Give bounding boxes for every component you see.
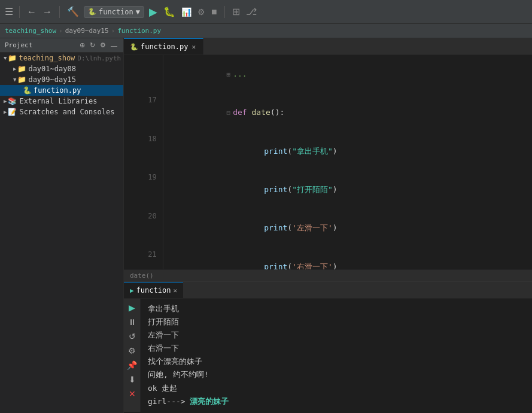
expand-icon-external-libs: ▶ (4, 98, 7, 104)
sidebar-label-day09: day09~day15 (28, 75, 75, 84)
vcs-button[interactable]: ⊞ (231, 5, 241, 19)
code-line-21: 21 print('右滑一下') (124, 248, 532, 269)
sidebar-path-teaching_show: D:\lnh.pyth (77, 54, 121, 62)
code-line-20: 20 print('左滑一下') (124, 209, 532, 248)
folder-icon-day01: 📁 (17, 65, 26, 73)
code-line-ellipsis: ⊞... (124, 55, 532, 93)
sidebar-header-actions: ⊕ ↻ ⚙ — (78, 41, 118, 50)
sidebar-item-scratches[interactable]: ▶ 📝 Scratches and Consoles (0, 107, 123, 117)
breadcrumb-sep2: › (111, 27, 115, 35)
sidebar-item-day01[interactable]: ▶ 📁 day01~day08 (0, 63, 123, 74)
code-line-17: 17 ⊟def date(): (124, 93, 532, 132)
tab-label-function-py: function.py (141, 42, 188, 51)
line-content-19: print("打开陌陌") (163, 171, 532, 209)
breadcrumb: teaching_show › day09~day15 › function.p… (0, 24, 532, 38)
build-button[interactable]: 🔨 (66, 5, 80, 19)
code-line-18: 18 print("拿出手机") (124, 132, 532, 171)
profile-button[interactable]: ⚙ (196, 6, 206, 18)
folder-icon-day09: 📁 (17, 75, 26, 84)
debug-button[interactable]: 🐛 (162, 5, 177, 19)
line-content-17: ⊟def date(): (163, 93, 532, 132)
run-tab-icon: ▶ (130, 287, 134, 294)
run-output-line-4: 右滑一下 (148, 342, 525, 355)
run-tab-close[interactable]: ✕ (173, 287, 177, 294)
run-output-line-2: 打开陌陌 (148, 315, 525, 329)
line-num-21: 21 (124, 248, 163, 269)
expand-icon-scratches: ▶ (4, 109, 7, 115)
code-editor[interactable]: ⊞... 17 ⊟def date(): 18 print("拿出手机") (124, 55, 532, 269)
run-settings-button[interactable]: ⚙ (126, 344, 139, 357)
run-restart-button[interactable]: ↺ (126, 330, 139, 343)
run-close-button[interactable]: ✕ (126, 387, 139, 400)
run-output-line-1: 拿出手机 (148, 302, 525, 315)
scratches-icon: 📝 (8, 108, 17, 116)
run-output-line-6: 问她, 约不约啊! (148, 368, 525, 381)
run-config-dropdown[interactable]: 🐍 function ▼ (84, 6, 144, 18)
sep3 (224, 6, 225, 18)
run-output-line-7: ok 走起 (148, 382, 525, 395)
run-output-girl-label: girl---> (148, 397, 190, 406)
tab-function-py[interactable]: 🐍 function.py ✕ (124, 38, 203, 54)
sidebar-label-scratches: Scratches and Consoles (19, 108, 114, 116)
run-stop-button[interactable]: ⏸ (126, 315, 139, 329)
forward-button[interactable]: → (41, 5, 53, 19)
fold-icon-ellipsis[interactable]: ⊞ (227, 69, 231, 80)
file-icon-function-py: 🐍 (23, 86, 32, 95)
sidebar-title: Project (5, 41, 32, 49)
run-tab-label: function (136, 286, 171, 294)
line-num-20: 20 (124, 209, 163, 248)
fold-icon-17[interactable]: ⊟ (227, 108, 231, 119)
sidebar-settings-btn[interactable]: ⚙ (99, 41, 107, 50)
expand-icon-teaching_show: ▼ (4, 55, 7, 61)
run-tab-bar: ▶ function ✕ (124, 282, 532, 299)
run-output-line-3: 左滑一下 (148, 329, 525, 342)
back-button[interactable]: ← (26, 5, 38, 19)
run-scroll-button[interactable]: ⬇ (126, 373, 139, 386)
run-again-button[interactable]: ▶ (126, 301, 139, 314)
coverage-button[interactable]: 📊 (180, 6, 193, 18)
line-num-17: 17 (124, 93, 163, 132)
sidebar-add-btn[interactable]: ⊕ (78, 41, 86, 50)
sidebar: Project ⊕ ↻ ⚙ — ▼ 📁 teaching_show D:\lnh… (0, 38, 124, 413)
tab-close-function-py[interactable]: ✕ (190, 42, 197, 51)
editor-column: 🐍 function.py ✕ ⊞... 17 ⊟def (124, 38, 532, 413)
sidebar-item-function-py[interactable]: 🐍 function.py (0, 85, 123, 96)
menu-icon: ☰ (5, 6, 13, 17)
sidebar-header: Project ⊕ ↻ ⚙ — (0, 38, 123, 53)
sidebar-collapse-btn[interactable]: — (110, 41, 118, 50)
run-toolbar: ▶ ⏸ ↺ ⚙ 📌 ⬇ ✕ 拿出手机 打开陌陌 左滑一下 右滑一下 找个漂亮的妹… (124, 299, 532, 412)
sidebar-item-day09[interactable]: ▼ 📁 day09~day15 (0, 74, 123, 85)
line-num-18: 18 (124, 132, 163, 171)
folder-icon-teaching_show: 📁 (8, 54, 17, 62)
run-output-line-5: 找个漂亮的妹子 (148, 355, 525, 368)
run-tab-function[interactable]: ▶ function ✕ (124, 282, 183, 298)
code-lines: ⊞... 17 ⊟def date(): 18 print("拿出手机") (124, 55, 532, 269)
run-config-label: function (99, 8, 133, 16)
stop-button[interactable]: ■ (210, 5, 218, 19)
sidebar-label-external-libs: External Libraries (19, 97, 97, 105)
breadcrumb-part1[interactable]: teaching_show (5, 27, 56, 35)
breadcrumb-part2[interactable]: day09~day15 (65, 27, 109, 35)
editor-status-text: date() (130, 272, 154, 280)
sidebar-label-teaching_show: teaching_show (19, 54, 75, 62)
lib-icon: 📚 (8, 97, 17, 105)
breadcrumb-part3[interactable]: function.py (117, 27, 161, 35)
sidebar-sync-btn[interactable]: ↻ (89, 41, 96, 50)
run-panel: ▶ function ✕ ▶ ⏸ ↺ ⚙ 📌 ⬇ ✕ 拿出 (124, 281, 532, 413)
main-layout: Project ⊕ ↻ ⚙ — ▼ 📁 teaching_show D:\lnh… (0, 38, 532, 413)
sidebar-item-external-libs[interactable]: ▶ 📚 External Libraries (0, 96, 123, 107)
code-line-19: 19 print("打开陌陌") (124, 171, 532, 209)
run-pin-button[interactable]: 📌 (126, 359, 139, 372)
run-output-line-8: girl---> 漂亮的妹子 (148, 395, 525, 408)
run-config-icon: 🐍 (88, 8, 96, 16)
git-button[interactable]: ⎇ (245, 5, 258, 19)
expand-icon-day01: ▶ (13, 66, 16, 72)
breadcrumb-sep1: › (59, 27, 63, 35)
run-button[interactable]: ▶ (148, 4, 159, 20)
line-content-18: print("拿出手机") (163, 132, 532, 171)
run-side-toolbar: ▶ ⏸ ↺ ⚙ 📌 ⬇ ✕ (124, 299, 141, 412)
line-content-20: print('左滑一下') (163, 209, 532, 248)
sidebar-item-teaching_show[interactable]: ▼ 📁 teaching_show D:\lnh.pyth (0, 53, 123, 63)
line-content-21: print('右滑一下') (163, 248, 532, 269)
run-output: 拿出手机 打开陌陌 左滑一下 右滑一下 找个漂亮的妹子 问她, 约不约啊! ok… (141, 299, 532, 412)
